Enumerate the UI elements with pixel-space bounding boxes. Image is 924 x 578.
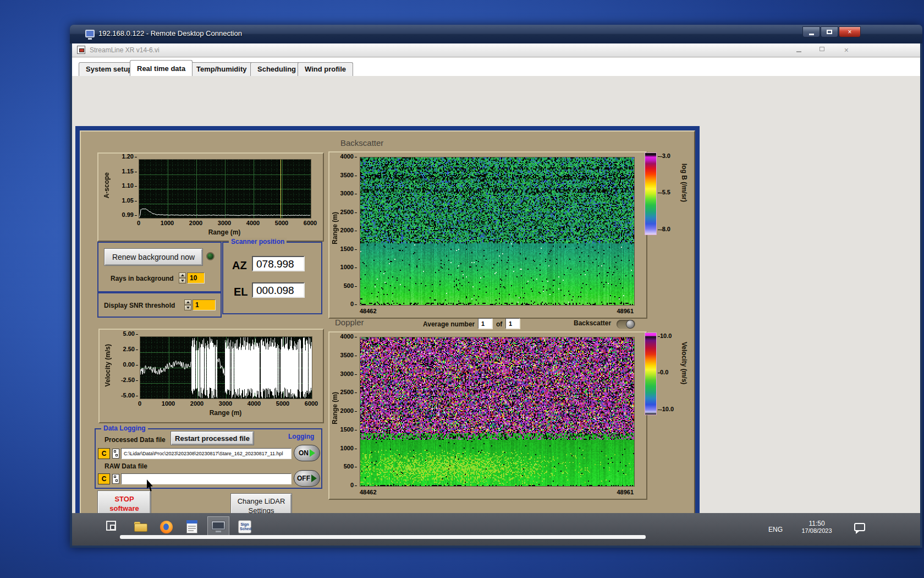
vi-minimize-icon[interactable] xyxy=(796,51,801,52)
tick-label: 2.50 xyxy=(123,346,135,352)
tick-label: 3000 xyxy=(340,370,354,377)
cbar-tick: -3.0 xyxy=(660,152,670,159)
tick-label: 2000 xyxy=(189,220,202,226)
tab-real-time-data[interactable]: Real time data xyxy=(130,60,193,76)
tick-label: 2000 xyxy=(340,227,354,233)
stop-line1: STOP xyxy=(98,494,151,504)
toggle-knob xyxy=(626,320,635,329)
ascope-y-label: A-scope xyxy=(103,172,111,198)
clock-time: 11:50 xyxy=(795,520,839,527)
el-value-field[interactable]: 000.098 xyxy=(252,282,305,298)
data-logging-cluster: Data Logging Processed Data file Restart… xyxy=(95,428,322,489)
rdp-window-title: 192.168.0.122 - Remote Desktop Connectio… xyxy=(98,29,242,37)
processed-drive-selector[interactable]: C xyxy=(98,448,110,459)
rays-in-background-label: Rays in background xyxy=(111,275,174,282)
close-button[interactable]: × xyxy=(839,26,861,37)
clock[interactable]: 11:50 17/08/2023 xyxy=(795,520,839,534)
on-arrow-icon xyxy=(310,449,315,457)
cbar-tick: -8.0 xyxy=(660,226,670,232)
labview-vi-icon xyxy=(77,46,85,54)
tick-label: 3500 xyxy=(340,172,354,178)
off-arrow-icon xyxy=(311,475,317,482)
ascope-x-label: Range (m) xyxy=(139,228,310,236)
backscatter-colorbar-label: log B (/m/sr) xyxy=(680,163,688,202)
az-value-field[interactable]: 078.998 xyxy=(252,256,305,271)
rdp-horizontal-scrollbar[interactable] xyxy=(120,535,646,539)
tick-label: 1.15 xyxy=(122,168,134,175)
rdp-window: 192.168.0.122 - Remote Desktop Connectio… xyxy=(70,25,922,548)
tab-temp-humidity[interactable]: Temp/humidity xyxy=(189,62,254,76)
desktop: 192.168.0.122 - Remote Desktop Connectio… xyxy=(0,0,924,578)
raw-path-field[interactable] xyxy=(121,473,292,484)
tick-label: 1000 xyxy=(340,445,354,451)
change-line1: Change LiDAR xyxy=(231,497,292,506)
velocity-y-ticks: 5.002.500.00-2.50-5.00 xyxy=(112,334,138,396)
scanner-position-title: Scanner position xyxy=(229,238,287,246)
rdp-titlebar[interactable]: 192.168.0.122 - Remote Desktop Connectio… xyxy=(70,25,922,43)
processed-path-field[interactable]: C:\Lidar\Data\Proc\2023\202308\20230817\… xyxy=(121,448,292,459)
raw-browse-icon[interactable] xyxy=(112,474,119,484)
backscatter-y-ticks: 40003500300025002000150010005000 xyxy=(335,157,357,304)
tick-label: 4000 xyxy=(340,333,354,340)
tick-label: 1.05 xyxy=(122,197,134,204)
tick-label: 3000 xyxy=(219,400,232,407)
tick-label: 3500 xyxy=(340,352,354,358)
doppler-colorbar xyxy=(645,332,657,415)
panel-frame: A-scope 1.201.151.101.050.99 01000200030… xyxy=(75,126,700,531)
tick-label: 0 xyxy=(138,400,141,407)
tab-scheduling[interactable]: Scheduling xyxy=(250,62,303,76)
language-indicator[interactable]: ENG xyxy=(768,526,783,533)
velocity-x-label: Range (m) xyxy=(140,409,311,417)
az-label: AZ xyxy=(232,259,247,272)
tick-label: 0 xyxy=(350,301,354,307)
minimize-button[interactable] xyxy=(802,26,820,37)
vi-close-icon[interactable]: × xyxy=(844,47,849,53)
snr-spinner[interactable] xyxy=(184,299,191,310)
backscatter-colorbar-ticks: -3.0 -5.5 -8.0 xyxy=(659,152,683,235)
backscatter-display-toggle[interactable] xyxy=(617,320,635,329)
average-number-field[interactable]: 1 xyxy=(478,318,492,329)
backscatter-plot-area xyxy=(360,157,635,306)
maximize-button[interactable] xyxy=(821,26,838,37)
front-panel: A-scope 1.201.151.101.050.99 01000200030… xyxy=(72,76,920,513)
average-total-field[interactable]: 1 xyxy=(505,318,520,329)
cbar-tick: -5.5 xyxy=(660,189,670,195)
average-number-label: Average number xyxy=(423,320,475,328)
processed-browse-icon[interactable] xyxy=(112,449,119,459)
snr-value[interactable]: 1 xyxy=(193,299,216,310)
backscatter-colorbar xyxy=(645,152,657,235)
vi-restore-icon[interactable] xyxy=(820,47,824,51)
velocity-y-label: Velocity (m/s) xyxy=(104,344,112,386)
remote-session: StreamLine XR v14-6.vi × System setup Re… xyxy=(72,43,920,546)
rays-value[interactable]: 10 xyxy=(187,272,205,283)
tick-label: 1000 xyxy=(161,220,174,226)
processed-logging-toggle[interactable]: ON xyxy=(294,445,320,461)
doppler-graph: Range (m) 400035003000250020001500100050… xyxy=(328,331,647,500)
tick-label: 1500 xyxy=(340,426,354,433)
tick-label: 1000 xyxy=(162,400,175,407)
action-center-icon[interactable] xyxy=(854,523,865,531)
tick-label: 4000 xyxy=(246,220,260,226)
doppler-colorbar-label: Velocity (m/s) xyxy=(680,342,688,384)
tick-label: 1000 xyxy=(340,264,354,270)
renew-background-button[interactable]: Renew background now xyxy=(104,248,203,266)
raw-data-file-label: RAW Data file xyxy=(105,462,147,470)
snr-threshold-label: Display SNR threshold xyxy=(104,302,175,309)
stop-line2: software xyxy=(98,504,151,513)
data-logging-title: Data Logging xyxy=(101,424,148,432)
remote-taskbar: Sign Sched ENG 11:50 17/08/2023 xyxy=(72,513,920,546)
raw-drive-selector[interactable]: C xyxy=(98,473,110,484)
vi-window-title: StreamLine XR v14-6.vi xyxy=(90,46,160,54)
raw-logging-toggle[interactable]: OFF xyxy=(294,470,320,487)
tick-label: 6000 xyxy=(305,400,318,407)
tick-label: 0.00 xyxy=(123,361,135,368)
tab-wind-profile[interactable]: Wind profile xyxy=(298,62,353,76)
ascope-y-ticks: 1.201.151.101.050.99 xyxy=(113,157,137,215)
tick-label: 5000 xyxy=(275,220,288,226)
tick-label: 3000 xyxy=(218,220,231,226)
backscatter-x-end: 48961 xyxy=(580,308,634,314)
tick-label: 6000 xyxy=(304,220,317,226)
vi-titlebar[interactable]: StreamLine XR v14-6.vi × xyxy=(72,43,920,57)
restart-processed-file-button[interactable]: Restart processed file xyxy=(170,431,254,445)
rays-spinner[interactable] xyxy=(179,272,186,283)
